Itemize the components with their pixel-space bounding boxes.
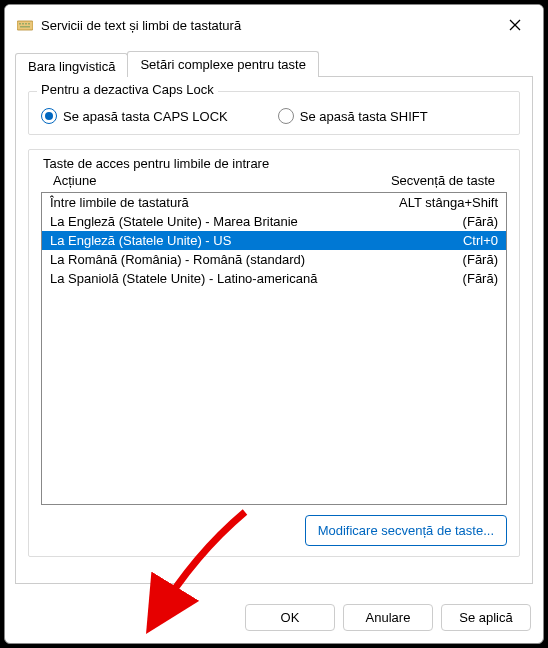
list-row[interactable]: Între limbile de tastatură ALT stânga+Sh…	[42, 193, 506, 212]
ok-button[interactable]: OK	[245, 604, 335, 631]
title-bar: Servicii de text și limbi de tastatură	[5, 5, 543, 45]
change-key-sequence-button[interactable]: Modificare secvență de taste...	[305, 515, 507, 546]
hotkeys-list[interactable]: Între limbile de tastatură ALT stânga+Sh…	[41, 192, 507, 505]
window-title: Servicii de text și limbi de tastatură	[41, 18, 491, 33]
row-keys: ALT stânga+Shift	[378, 195, 498, 210]
col-keys: Secvență de taste	[371, 173, 501, 188]
dialog-window: Servicii de text și limbi de tastatură B…	[4, 4, 544, 644]
keyboard-icon	[17, 17, 33, 33]
row-keys: (Fără)	[378, 271, 498, 286]
apply-button[interactable]: Se aplică	[441, 604, 531, 631]
row-keys: (Fără)	[378, 214, 498, 229]
list-header: Acțiune Secvență de taste	[41, 171, 507, 192]
radio-shift[interactable]: Se apasă tasta SHIFT	[278, 108, 428, 124]
row-keys: (Fără)	[378, 252, 498, 267]
hotkeys-group: Taste de acces pentru limbile de intrare…	[28, 149, 520, 557]
caps-lock-legend: Pentru a dezactiva Caps Lock	[37, 82, 218, 97]
close-icon	[509, 19, 521, 31]
col-action: Acțiune	[47, 173, 371, 188]
row-action: La Engleză (Statele Unite) - US	[50, 233, 378, 248]
row-action: La Spaniolă (Statele Unite) - Latino-ame…	[50, 271, 378, 286]
radio-indicator-unchecked	[278, 108, 294, 124]
svg-rect-3	[25, 23, 27, 25]
close-button[interactable]	[499, 13, 531, 37]
svg-rect-4	[28, 23, 30, 25]
radio-indicator-checked	[41, 108, 57, 124]
content-area: Bara lingvistică Setări complexe pentru …	[5, 45, 543, 594]
list-row[interactable]: La Spaniolă (Statele Unite) - Latino-ame…	[42, 269, 506, 288]
svg-rect-0	[17, 21, 33, 30]
radio-caps-lock[interactable]: Se apasă tasta CAPS LOCK	[41, 108, 228, 124]
hotkeys-legend: Taste de acces pentru limbile de intrare	[41, 156, 507, 171]
svg-rect-1	[19, 23, 21, 25]
row-keys: Ctrl+0	[378, 233, 498, 248]
tab-strip: Bara lingvistică Setări complexe pentru …	[15, 51, 533, 77]
tab-advanced-keys[interactable]: Setări complexe pentru taste	[127, 51, 318, 77]
list-row[interactable]: La Engleză (Statele Unite) - US Ctrl+0	[42, 231, 506, 250]
row-action: Între limbile de tastatură	[50, 195, 378, 210]
footer-buttons: OK Anulare Se aplică	[5, 594, 543, 643]
cancel-button[interactable]: Anulare	[343, 604, 433, 631]
svg-rect-2	[22, 23, 24, 25]
caps-lock-group: Pentru a dezactiva Caps Lock Se apasă ta…	[28, 91, 520, 135]
svg-rect-5	[20, 26, 30, 28]
row-action: La Engleză (Statele Unite) - Marea Brita…	[50, 214, 378, 229]
caps-radio-row: Se apasă tasta CAPS LOCK Se apasă tasta …	[41, 108, 507, 124]
radio-caps-lock-label: Se apasă tasta CAPS LOCK	[63, 109, 228, 124]
change-button-row: Modificare secvență de taste...	[41, 515, 507, 546]
tab-language-bar[interactable]: Bara lingvistică	[15, 53, 128, 77]
radio-shift-label: Se apasă tasta SHIFT	[300, 109, 428, 124]
list-row[interactable]: La Română (România) - Română (standard) …	[42, 250, 506, 269]
row-action: La Română (România) - Română (standard)	[50, 252, 378, 267]
list-row[interactable]: La Engleză (Statele Unite) - Marea Brita…	[42, 212, 506, 231]
tab-panel: Pentru a dezactiva Caps Lock Se apasă ta…	[15, 76, 533, 584]
